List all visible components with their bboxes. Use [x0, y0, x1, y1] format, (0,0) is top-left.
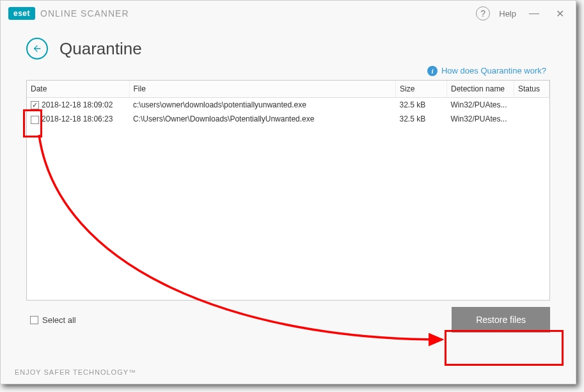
col-header-detection[interactable]: Detection name [447, 81, 514, 98]
cell-file: C:\Users\Owner\Downloads\PotentiallyUnwa… [129, 112, 396, 126]
cell-date: 2018-12-18 18:06:23 [42, 114, 113, 123]
titlebar: eset ONLINE SCANNER ? Help — ✕ [1, 1, 576, 26]
info-icon: i [427, 66, 438, 76]
col-header-date[interactable]: Date [27, 81, 129, 98]
row-checkbox[interactable] [31, 116, 39, 124]
table-header-row: Date File Size Detection name Status [27, 81, 549, 98]
cell-detection: Win32/PUAtes... [447, 98, 514, 113]
app-window: eset ONLINE SCANNER ? Help — ✕ Quarantin… [0, 0, 576, 384]
cell-size: 32.5 kB [396, 98, 447, 113]
table-row[interactable]: 2018-12-18 18:06:23C:\Users\Owner\Downlo… [27, 112, 549, 126]
back-button[interactable] [26, 38, 48, 59]
cell-detection: Win32/PUAtes... [447, 112, 514, 126]
cell-file: c:\users\owner\downloads\potentiallyunwa… [129, 98, 396, 113]
col-header-status[interactable]: Status [514, 81, 549, 98]
cell-size: 32.5 kB [396, 112, 447, 126]
page-header: Quarantine [1, 26, 576, 66]
select-all-checkbox[interactable] [30, 316, 38, 324]
table-row[interactable]: 2018-12-18 18:09:02c:\users\owner\downlo… [27, 98, 549, 113]
help-button[interactable]: Help [499, 9, 516, 19]
annotation-highlight-restore [445, 330, 564, 366]
quarantine-table-container: Date File Size Detection name Status 201… [26, 80, 550, 301]
col-header-size[interactable]: Size [396, 81, 447, 98]
select-all-label: Select all [42, 315, 76, 325]
cell-date: 2018-12-18 18:09:02 [42, 100, 113, 109]
footer-tagline: ENJOY SAFER TECHNOLOGY™ [15, 368, 136, 376]
row-checkbox[interactable] [31, 101, 39, 109]
cell-status [514, 112, 549, 126]
brand-product: ONLINE SCANNER [40, 8, 129, 19]
quarantine-help-link[interactable]: How does Quarantine work? [441, 66, 546, 76]
minimize-button[interactable]: — [525, 8, 543, 19]
bottom-row: Select all Restore files [1, 301, 576, 333]
close-button[interactable]: ✕ [552, 8, 568, 20]
arrow-left-icon [32, 43, 42, 54]
restore-files-button[interactable]: Restore files [452, 307, 550, 333]
help-icon[interactable]: ? [476, 6, 490, 20]
select-all[interactable]: Select all [30, 315, 76, 325]
col-header-file[interactable]: File [129, 81, 396, 98]
quarantine-table: Date File Size Detection name Status 201… [27, 81, 549, 127]
page-title: Quarantine [59, 39, 142, 59]
cell-status [514, 98, 549, 113]
brand-badge: eset [8, 7, 35, 20]
help-link-row: i How does Quarantine work? [1, 66, 576, 80]
